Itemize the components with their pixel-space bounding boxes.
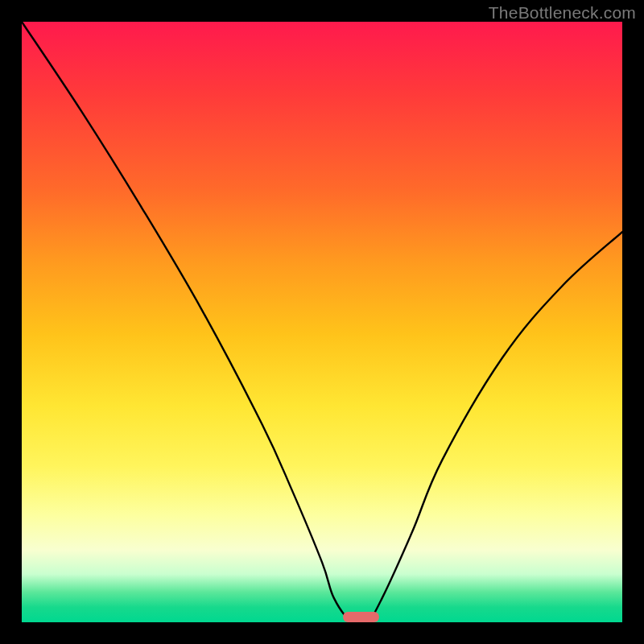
optimal-range-marker	[22, 22, 622, 622]
svg-rect-0	[343, 612, 379, 622]
chart-frame: TheBottleneck.com	[0, 0, 644, 644]
watermark-text: TheBottleneck.com	[489, 3, 636, 23]
plot-area	[22, 22, 622, 622]
